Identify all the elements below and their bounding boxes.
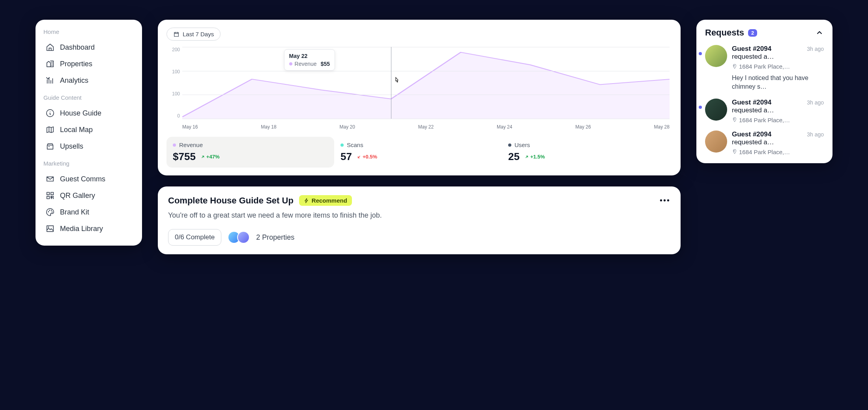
request-time: 3h ago: [807, 46, 824, 52]
y-tick: 100: [166, 69, 180, 75]
home-icon: [46, 43, 54, 52]
properties-count: 2 Properties: [256, 233, 294, 242]
sidebar-item-qr-gallery[interactable]: QR Gallery: [43, 187, 134, 204]
line-chart: [182, 47, 670, 119]
x-tick: May 22: [418, 124, 434, 130]
sidebar-item-label: QR Gallery: [60, 192, 95, 200]
recommend-badge-label: Recommend: [312, 197, 347, 204]
chart-tooltip: May 22 Revenue $55: [284, 49, 335, 71]
requests-count-badge: 2: [748, 29, 757, 37]
sidebar-section-label: Home: [43, 28, 134, 35]
sidebar-section-label: Marketing: [43, 160, 134, 167]
y-tick: 0: [166, 113, 180, 119]
y-tick: 100: [166, 91, 180, 97]
pin-icon: [732, 149, 737, 155]
image-icon: [46, 224, 54, 233]
metric-value: 57: [340, 151, 352, 163]
mail-icon: [46, 175, 54, 183]
analytics-card: Last 7 Days 2001001000 May 22 Revenue $5…: [158, 20, 681, 175]
date-range-selector[interactable]: Last 7 Days: [166, 28, 221, 41]
sidebar-section-label: Guide Content: [43, 94, 134, 101]
qr-icon: [46, 191, 54, 200]
request-item[interactable]: Guest #20943h agorequested a…1684 Park P…: [705, 91, 824, 123]
tooltip-dot: [289, 62, 292, 65]
sidebar-item-local-map[interactable]: Local Map: [43, 121, 134, 138]
x-axis: May 16May 18May 20May 22May 24May 26May …: [182, 124, 670, 130]
unread-dot-icon: [699, 52, 702, 55]
info-icon: [46, 109, 54, 117]
chart-area[interactable]: 2001001000 May 22 Revenue $55: [166, 47, 670, 130]
metric-dot: [173, 144, 176, 147]
metric-label: Users: [514, 142, 530, 148]
metric-delta: +0.5%: [357, 154, 377, 160]
sidebar-item-label: Dashboard: [60, 43, 95, 52]
sidebar-item-dashboard[interactable]: Dashboard: [43, 39, 134, 56]
avatar: [705, 99, 727, 121]
pointer-cursor-icon: [393, 77, 400, 84]
metric-dot: [508, 144, 511, 147]
request-time: 3h ago: [807, 131, 824, 138]
sidebar-item-label: Analytics: [60, 76, 88, 85]
collapse-button[interactable]: [815, 28, 824, 37]
metric-value: $755: [173, 151, 196, 163]
unread-dot-icon: [699, 106, 702, 109]
sidebar-item-house-guide[interactable]: House Guide: [43, 105, 134, 121]
request-message: Hey I noticed that you have chimney s…: [732, 74, 824, 91]
request-action: requested a…: [732, 53, 824, 61]
task-description: You're off to a great start we need a fe…: [168, 211, 670, 220]
metric-users[interactable]: Users25+1.5%: [502, 137, 670, 168]
request-guest: Guest #2094: [732, 99, 771, 106]
map-icon: [46, 125, 54, 134]
sidebar-item-label: Brand Kit: [60, 208, 89, 216]
recommend-badge: Recommend: [299, 195, 352, 206]
pin-icon: [732, 117, 737, 123]
sidebar-item-label: Guest Comms: [60, 175, 105, 183]
y-axis: 2001001000: [166, 47, 180, 119]
calendar-icon: [173, 31, 180, 37]
metrics-row: Revenue$755+47%Scans57+0.5%Users25+1.5%: [166, 137, 670, 168]
x-tick: May 26: [575, 124, 591, 130]
request-guest: Guest #2094: [732, 130, 771, 138]
request-action: requested a…: [732, 106, 824, 114]
task-menu-button[interactable]: •••: [660, 196, 670, 205]
sidebar-item-properties[interactable]: Properties: [43, 56, 134, 72]
main-column: Last 7 Days 2001001000 May 22 Revenue $5…: [158, 20, 681, 254]
analytics-icon: [46, 76, 54, 85]
x-tick: May 20: [340, 124, 355, 130]
avatar: [237, 231, 250, 244]
avatar: [705, 130, 727, 153]
sidebar-item-analytics[interactable]: Analytics: [43, 72, 134, 89]
chart-plot: May 22 Revenue $55: [182, 47, 670, 119]
chevron-up-icon: [815, 28, 824, 37]
sidebar: HomeDashboardPropertiesAnalyticsGuide Co…: [36, 20, 142, 246]
lightning-icon: [304, 198, 309, 203]
x-tick: May 28: [654, 124, 670, 130]
sidebar-item-label: Upsells: [60, 142, 83, 151]
metric-label: Scans: [347, 142, 363, 148]
x-tick: May 16: [182, 124, 198, 130]
properties-icon: [46, 60, 54, 68]
request-location: 1684 Park Place,…: [732, 117, 824, 123]
setup-task-card: Complete House Guide Set Up Recommend ••…: [158, 186, 681, 254]
sidebar-item-media-library[interactable]: Media Library: [43, 220, 134, 237]
request-guest: Guest #2094: [732, 45, 771, 53]
x-tick: May 24: [497, 124, 512, 130]
sidebar-item-brand-kit[interactable]: Brand Kit: [43, 204, 134, 220]
task-progress-pill[interactable]: 0/6 Complete: [168, 229, 221, 246]
metric-scans[interactable]: Scans57+0.5%: [334, 137, 502, 168]
tooltip-value: $55: [321, 61, 330, 67]
request-item[interactable]: Guest #20943h agorequested a…1684 Park P…: [705, 38, 824, 91]
metric-revenue[interactable]: Revenue$755+47%: [166, 137, 334, 168]
palette-icon: [46, 208, 54, 216]
metric-delta: +47%: [200, 154, 220, 160]
requests-title: Requests: [705, 28, 744, 38]
x-tick: May 18: [261, 124, 276, 130]
sidebar-item-label: Local Map: [60, 126, 93, 134]
sidebar-item-label: Media Library: [60, 225, 103, 233]
sidebar-item-guest-comms[interactable]: Guest Comms: [43, 171, 134, 187]
metric-label: Revenue: [179, 142, 203, 148]
date-range-label: Last 7 Days: [183, 31, 214, 37]
request-item[interactable]: Guest #20943h agorequested a…1684 Park P…: [705, 123, 824, 155]
sidebar-item-upsells[interactable]: Upsells: [43, 138, 134, 155]
sidebar-item-label: House Guide: [60, 109, 101, 117]
